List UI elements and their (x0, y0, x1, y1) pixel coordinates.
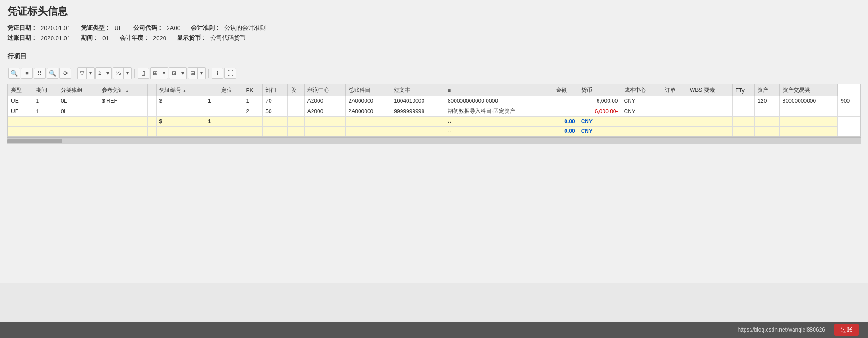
filter-group[interactable]: ▽ ▾ (77, 67, 95, 79)
table-body: UE10L$ REF$1170A20002A000000160401000080… (8, 96, 860, 136)
find-button[interactable]: 🔍 (47, 68, 58, 79)
col-type: 类型 (8, 84, 33, 96)
table-row[interactable]: UE10L$ REF$1170A20002A000000160401000080… (8, 96, 860, 106)
table-header-row: 类型 期间 分类账组 参考凭证 ▲ 凭证编号 ▲ 定位 PK 部门 段 利润中心… (8, 84, 860, 96)
line-items-table: 类型 期间 分类账组 参考凭证 ▲ 凭证编号 ▲ 定位 PK 部门 段 利润中心… (8, 84, 860, 136)
company-code-value: 2A00 (167, 25, 180, 32)
col-segment: 段 (287, 84, 304, 96)
hide-group[interactable]: ⊟ ▾ (188, 67, 206, 79)
sum-down-button[interactable]: ▾ (104, 68, 111, 79)
info-button[interactable]: ℹ (212, 68, 223, 79)
page-title: 凭证标头信息 (7, 5, 861, 18)
view-group[interactable]: ⊞ ▾ (150, 67, 168, 79)
find-next-button[interactable]: ⟳ (59, 68, 71, 79)
voucher-type-value: UE (114, 25, 122, 32)
header-info: 凭证日期： 2020.01.01 凭证类型： UE 公司代码： 2A00 会计准… (7, 24, 861, 42)
export-group[interactable]: ⊡ ▾ (169, 67, 187, 79)
col-ref-voucher: 参考凭证 ▲ (99, 84, 147, 96)
filter-down-button[interactable]: ▾ (86, 68, 94, 79)
display-currency-value: 公司代码货币 (210, 34, 246, 42)
posting-date-label: 过账日期： (7, 34, 37, 42)
col-order: 订单 (662, 84, 687, 96)
print-button[interactable]: 🖨 (138, 68, 149, 79)
col-e: ≡ (445, 84, 553, 96)
view-down-button[interactable]: ▾ (160, 68, 168, 79)
sum-group[interactable]: Σ ▾ (95, 67, 112, 79)
scrollbar-thumb[interactable] (7, 139, 62, 143)
export-button[interactable]: ⊡ (169, 68, 179, 79)
col-currency: 货币 (578, 84, 621, 96)
period-value: 01 (102, 35, 109, 42)
sep2 (134, 69, 135, 78)
col-asset-tx: 资产交易类 (779, 84, 837, 96)
fiscal-year-value: 2020 (153, 35, 166, 42)
col-pk: PK (243, 84, 263, 96)
hide-down-button[interactable]: ▾ (197, 68, 205, 79)
header-row-1: 凭证日期： 2020.01.01 凭证类型： UE 公司代码： 2A00 会计准… (7, 24, 266, 32)
table-row[interactable]: • •0.00CNY (8, 127, 860, 136)
frac-down-button[interactable]: ▾ (123, 68, 131, 79)
col-cost-center: 成本中心 (621, 84, 662, 96)
col-amount: 金额 (553, 84, 578, 96)
col-account-group: 分类账组 (58, 84, 99, 96)
col-voucher-sort2 (205, 84, 218, 96)
export-down-button[interactable]: ▾ (179, 68, 186, 79)
ref-sort-icon: ▲ (125, 89, 129, 93)
align-right-button[interactable]: ⠿ (34, 68, 46, 79)
voucher-type-label: 凭证类型： (81, 24, 111, 32)
frac-button[interactable]: ⅔ (113, 68, 123, 79)
align-left-button[interactable]: ≡ (21, 68, 33, 79)
section-title: 行项目 (7, 51, 861, 63)
col-position: 定位 (218, 84, 243, 96)
fiscal-year-label: 会计年度： (120, 34, 149, 42)
post-button[interactable]: 过账 (834, 324, 859, 336)
display-currency-label: 显示货币： (177, 34, 206, 42)
col-ref-sort2 (148, 84, 156, 96)
hide-button[interactable]: ⊟ (188, 68, 197, 79)
col-short-text: 短文本 (391, 84, 445, 96)
divider (7, 47, 861, 47)
voucher-date-value: 2020.01.01 (41, 25, 70, 32)
search-button[interactable]: 🔍 (8, 68, 20, 79)
table-wrapper: 类型 期间 分类账组 参考凭证 ▲ 凭证编号 ▲ 定位 PK 部门 段 利润中心… (7, 84, 861, 137)
toolbar: 🔍 ≡ ⠿ 🔍 ⟳ ▽ ▾ Σ ▾ ⅔ ▾ 🖨 ⊞ ▾ ⊡ ▾ ⊟ (7, 65, 861, 81)
table-row[interactable]: $1• •0.00CNY (8, 117, 860, 127)
voucher-date-label: 凭证日期： (7, 24, 37, 32)
col-asset: 资产 (755, 84, 780, 96)
col-period: 期间 (33, 84, 58, 96)
company-code-label: 公司代码： (133, 24, 163, 32)
header-col-left: 凭证日期： 2020.01.01 凭证类型： UE 公司代码： 2A00 会计准… (7, 24, 266, 42)
bottom-bar: https://blog.csdn.net/wanglei880626 过账 (0, 322, 868, 338)
period-label: 期间： (81, 34, 99, 42)
sum-button[interactable]: Σ (96, 68, 104, 79)
url-text: https://blog.csdn.net/wanglei880626 (738, 327, 825, 333)
header-row-2: 过账日期： 2020.01.01 期间： 01 会计年度： 2020 显示货币：… (7, 34, 266, 42)
accounting-standard-label: 会计准则： (191, 24, 221, 32)
expand-button[interactable]: ⛶ (224, 68, 236, 79)
col-gl-account: 总账科目 (345, 84, 391, 96)
col-dept: 部门 (263, 84, 288, 96)
voucher-sort-icon: ▲ (183, 89, 186, 93)
sep1 (74, 69, 74, 78)
sep3 (208, 69, 209, 78)
accounting-standard-value: 公认的会计准则 (224, 24, 266, 32)
frac-group[interactable]: ⅔ ▾ (113, 67, 132, 79)
col-voucher-num: 凭证编号 ▲ (156, 84, 205, 96)
posting-date-value: 2020.01.01 (41, 35, 70, 42)
col-profit-center: 利润中心 (304, 84, 345, 96)
view-button[interactable]: ⊞ (151, 68, 160, 79)
table-row[interactable]: UE10L250A20002A0000009999999998期初数据导入科目-… (8, 106, 860, 117)
filter-button[interactable]: ▽ (78, 68, 86, 79)
col-wbs: WBS 要素 (687, 84, 732, 96)
col-tty: TTy (732, 84, 755, 96)
horizontal-scrollbar[interactable] (7, 137, 861, 144)
